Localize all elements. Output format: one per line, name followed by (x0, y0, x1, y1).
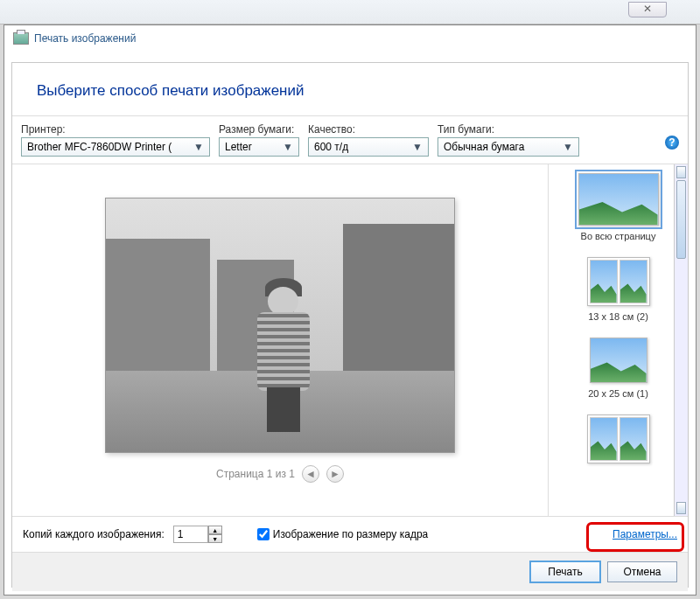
print-button[interactable]: Печать (530, 561, 600, 582)
layout-option-20x25[interactable]: 20 x 25 см (1) (554, 338, 682, 399)
fit-frame-checkbox[interactable] (257, 528, 270, 540)
copies-down-button[interactable]: ▼ (208, 534, 222, 543)
dialog-title: Печать изображений (34, 32, 136, 45)
fit-frame-label: Изображение по размеру кадра (273, 528, 428, 540)
dialog-heading: Выберите способ печати изображений (12, 63, 688, 116)
printer-combobox[interactable]: Brother MFC-7860DW Printer ( ▼ (21, 137, 210, 157)
chevron-down-icon: ▼ (410, 141, 424, 153)
dialog-buttons-row: Печать Отмена (12, 552, 688, 591)
prev-page-button[interactable]: ◄ (302, 465, 319, 483)
printer-icon (13, 32, 29, 45)
window-close-button[interactable]: ✕ (628, 2, 667, 17)
copies-input[interactable] (173, 526, 208, 543)
help-icon[interactable]: ? (665, 136, 679, 150)
quality-combobox[interactable]: 600 т/д ▼ (308, 137, 429, 157)
printer-label: Принтер: (21, 123, 210, 136)
layout-pane[interactable]: Во всю страницу13 x 18 см (2)20 x 25 см … (548, 164, 688, 516)
scroll-down-button[interactable] (676, 502, 686, 514)
printer-group: Принтер: Brother MFC-7860DW Printer ( ▼ (21, 123, 210, 157)
layout-label: Во всю страницу (554, 231, 682, 241)
main-area: Страница 1 из 1 ◄ ► Во всю страницу13 x … (12, 164, 688, 516)
layout-label: 13 x 18 см (2) (554, 311, 682, 322)
copies-row: Копий каждого изображения: ▲ ▼ Изображен… (12, 516, 688, 552)
preview-pane: Страница 1 из 1 ◄ ► (12, 164, 548, 516)
next-page-button[interactable]: ► (326, 465, 344, 483)
copies-label: Копий каждого изображения: (23, 528, 164, 540)
paper-size-value: Letter (225, 141, 252, 153)
printer-value: Brother MFC-7860DW Printer ( (27, 141, 172, 153)
chevron-down-icon: ▼ (561, 141, 575, 153)
print-preview-image (105, 198, 455, 453)
layout-label: 20 x 25 см (1) (554, 388, 682, 399)
parameters-link[interactable]: Параметры... (612, 528, 677, 540)
quality-group: Качество: 600 т/д ▼ (308, 123, 429, 157)
page-navigation: Страница 1 из 1 ◄ ► (216, 465, 344, 483)
paper-type-value: Обычная бумага (444, 141, 524, 153)
page-indicator: Страница 1 из 1 (216, 468, 295, 480)
cancel-button[interactable]: Отмена (607, 561, 677, 582)
layout-scrollbar[interactable] (674, 164, 688, 516)
scroll-up-button[interactable] (676, 166, 686, 178)
close-icon: ✕ (643, 3, 652, 15)
dialog-title-row: Печать изображений (4, 25, 696, 48)
paper-type-group: Тип бумаги: Обычная бумага ▼ (438, 123, 579, 157)
fit-frame-checkbox-wrap[interactable]: Изображение по размеру кадра (257, 528, 428, 540)
paper-size-combobox[interactable]: Letter ▼ (219, 137, 299, 157)
copies-up-button[interactable]: ▲ (208, 526, 222, 534)
layout-option-full[interactable]: Во всю страницу (554, 173, 682, 241)
paper-size-label: Размер бумаги: (219, 123, 299, 136)
print-pictures-dialog: Печать изображений Выберите способ печат… (4, 24, 696, 596)
parent-window-titlebar: ✕ (0, 0, 700, 24)
paper-type-combobox[interactable]: Обычная бумага ▼ (438, 137, 579, 157)
paper-size-group: Размер бумаги: Letter ▼ (219, 123, 299, 157)
dialog-inner-panel: Выберите способ печати изображений Принт… (11, 62, 689, 588)
layout-option-next[interactable] (554, 414, 682, 463)
scroll-thumb[interactable] (676, 180, 686, 259)
layout-option-13x18[interactable]: 13 x 18 см (2) (554, 257, 682, 322)
chevron-down-icon: ▼ (281, 141, 295, 153)
quality-label: Качество: (308, 123, 429, 136)
chevron-down-icon: ▼ (192, 141, 206, 153)
print-settings-row: Принтер: Brother MFC-7860DW Printer ( ▼ … (12, 116, 688, 164)
paper-type-label: Тип бумаги: (438, 123, 579, 136)
quality-value: 600 т/д (314, 141, 348, 153)
copies-spinner: ▲ ▼ (173, 526, 222, 543)
